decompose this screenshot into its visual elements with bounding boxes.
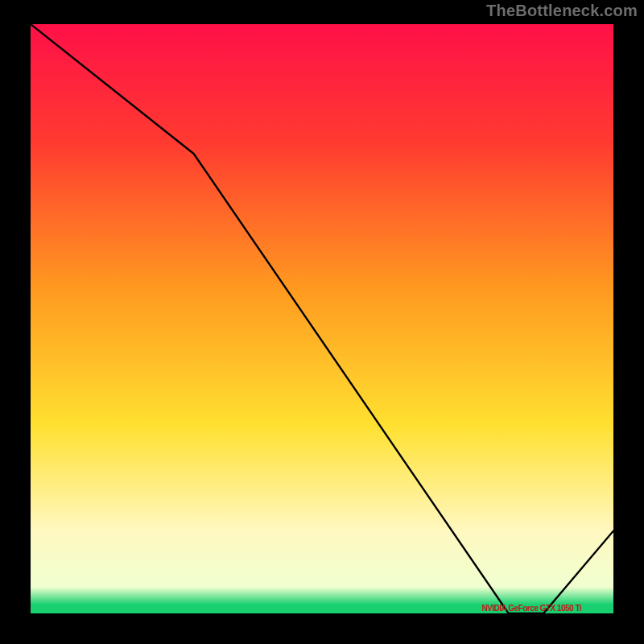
watermark-text: TheBottleneck.com [486, 2, 638, 20]
plot-svg [31, 24, 613, 613]
chart-frame: TheBottleneck.com NVIDIA GeForce GTX 105… [0, 0, 644, 644]
gradient-background [31, 24, 613, 613]
plot-area: NVIDIA GeForce GTX 1050 Ti [31, 24, 613, 613]
